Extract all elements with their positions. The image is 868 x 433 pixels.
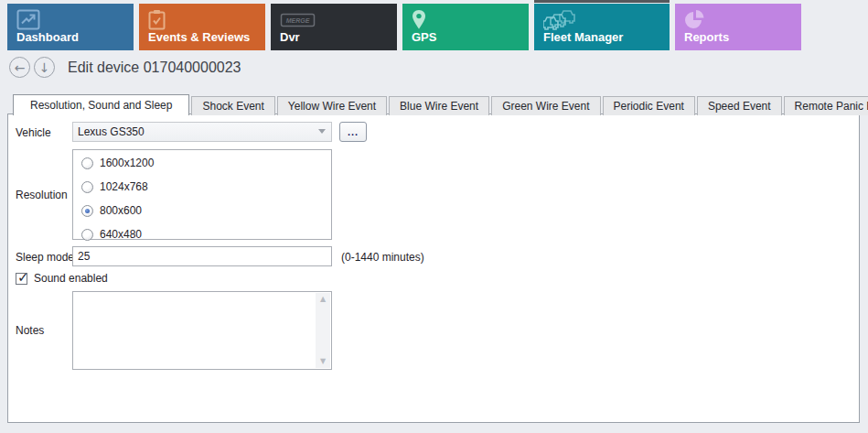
svg-text:MERGE: MERGE [286,17,310,24]
sleep-mode-label: Sleep mode [16,251,74,264]
tab-content-panel: Vehicle Lexus GS350 ... Resolution 1600x… [7,114,860,423]
vehicle-select[interactable]: Lexus GS350 [72,122,332,142]
nav-tile-label: Dvr [280,30,300,44]
radio-option-640x480[interactable]: 640x480 [81,223,331,245]
tab-periodic-event[interactable]: Periodic Event [603,96,695,115]
tab-remote-panic-event[interactable]: Remote Panic Event [784,96,868,115]
resolution-group: 1600x1200 1024x768 800x600 640x480 [72,149,332,240]
tab-blue-wire-event[interactable]: Blue Wire Event [389,96,489,115]
notes-scrollbar[interactable]: ▲ ▼ [316,293,330,368]
clipboard-check-icon [148,9,166,30]
tab-speed-event[interactable]: Speed Event [697,96,782,115]
radio-option-1600x1200[interactable]: 1600x1200 [81,152,331,174]
back-arrow-icon: ← [15,61,26,74]
sound-enabled-label: Sound enabled [34,272,108,285]
resolution-label: Resolution [16,189,68,201]
radio-icon [81,229,93,241]
nav-tile-label: Reports [684,30,729,44]
notes-label: Notes [16,324,44,337]
scroll-up-icon[interactable]: ▲ [320,293,326,306]
toolbar: ← ↓ Edit device 017040000023 [9,57,241,78]
vehicle-label: Vehicle [16,126,51,139]
vehicle-browse-button[interactable]: ... [339,122,367,142]
nav-tile-dvr[interactable]: MERGE Dvr [271,4,397,50]
down-arrow-icon: ↓ [39,61,50,74]
nav-tile-dashboard[interactable]: Dashboard [7,4,134,50]
nav-tile-label: Fleet Manager [543,30,623,44]
radio-option-800x600[interactable]: 800x600 [81,200,331,222]
notes-textarea[interactable] [73,292,331,369]
nav-tile-reports[interactable]: Reports [675,4,801,50]
tab-green-wire-event[interactable]: Green Wire Event [491,96,600,115]
merge-badge-icon: MERGE [280,9,318,30]
tab-resolution-sound-sleep[interactable]: Resolution, Sound and Sleep [13,94,189,115]
sleep-mode-input[interactable] [72,246,332,266]
map-pin-icon [412,9,426,30]
nav-tile-events-reviews[interactable]: Events & Reviews [139,4,265,50]
download-button[interactable]: ↓ [34,57,55,78]
vehicle-selected-value: Lexus GS350 [78,125,145,138]
nav-tile-gps[interactable]: GPS [402,4,529,50]
back-button[interactable]: ← [9,57,30,78]
scroll-down-icon[interactable]: ▼ [320,355,326,368]
nav-tile-label: GPS [412,30,436,44]
sound-enabled-row[interactable]: Sound enabled [16,272,108,285]
notes-field: ▲ ▼ [72,291,332,370]
nav-tile-fleet-manager[interactable]: Fleet Manager [534,4,670,50]
trend-chart-icon [16,9,40,30]
radio-option-1024x768[interactable]: 1024x768 [81,176,331,198]
radio-selected-icon [81,205,93,217]
chevron-down-icon [318,129,326,134]
radio-icon [81,181,93,193]
tab-strip: Resolution, Sound and Sleep Shock Event … [13,94,868,115]
sleep-mode-hint: (0-1440 minutes) [341,251,424,264]
nav-tile-label: Dashboard [16,30,79,44]
app-window: Dashboard Events & Reviews MERGE Dvr GPS [0,0,868,433]
tab-yellow-wire-event[interactable]: Yellow Wire Event [277,96,387,115]
nav-tile-label: Events & Reviews [148,30,250,44]
main-navigation: Dashboard Events & Reviews MERGE Dvr GPS [7,4,801,50]
radio-icon [81,157,93,169]
pie-chart-icon [684,9,705,30]
cars-icon [543,9,576,30]
tab-shock-event[interactable]: Shock Event [191,96,274,115]
page-title: Edit device 017040000023 [68,60,241,76]
checkbox-checked-icon[interactable] [16,273,27,285]
